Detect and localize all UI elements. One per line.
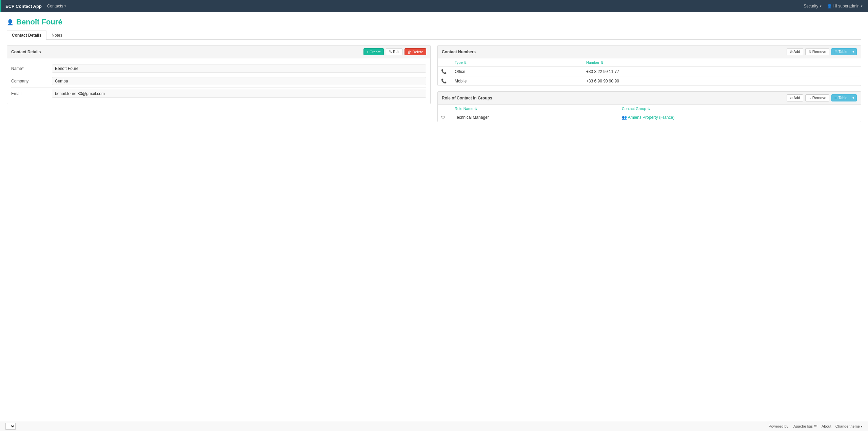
page-content: 👤 Benoît Fouré Contact Details Notes Con… xyxy=(0,12,868,128)
field-name: Name* Benoît Fouré xyxy=(11,62,426,75)
role-in-groups-body: Role Name ⇅ Contact Group ⇅ xyxy=(438,105,861,122)
contact-header: 👤 Benoît Fouré xyxy=(7,18,861,26)
row-role-name: Technical Manager xyxy=(451,113,618,122)
role-add-button[interactable]: ⊕ Add xyxy=(787,94,803,101)
contact-numbers-number-col: Number ⇅ xyxy=(583,58,861,67)
create-button[interactable]: + Create xyxy=(363,48,384,55)
group-link[interactable]: Amiens Property (France) xyxy=(628,115,674,120)
number-sort-icon[interactable]: ⇅ xyxy=(600,61,603,64)
role-group-col: Contact Group ⇅ xyxy=(618,105,861,113)
tabs-container: Contact Details Notes xyxy=(7,31,861,40)
delete-button[interactable]: 🗑 Delete xyxy=(405,48,426,55)
contact-numbers-remove-button[interactable]: ⊖ Remove xyxy=(805,48,829,55)
contact-numbers-table: Type ⇅ Number ⇅ 📞 xyxy=(438,58,861,86)
role-icon-col xyxy=(438,105,451,113)
field-email-value: benoit.foure.80@gmail.com xyxy=(52,90,426,98)
role-in-groups-title: Role of Contact in Groups xyxy=(442,96,492,100)
nav-contacts[interactable]: Contacts ▾ xyxy=(47,4,66,8)
contact-numbers-actions: ⊕ Add ⊖ Remove ⊞ Table ▾ xyxy=(787,48,857,55)
type-sort-icon[interactable]: ⇅ xyxy=(464,61,467,64)
field-email: Email benoit.foure.80@gmail.com xyxy=(11,88,426,100)
table-row: 📞 Office +33 3 22 99 11 77 xyxy=(438,67,861,76)
row-phone-icon-mobile: 📞 xyxy=(438,76,451,86)
right-panel: Contact Numbers ⊕ Add ⊖ Remove ⊞ Table ▾ xyxy=(437,45,861,122)
role-in-groups-header-row: Role Name ⇅ Contact Group ⇅ xyxy=(438,105,861,113)
contact-details-card: Contact Details + Create ✎ Edit 🗑 Delete… xyxy=(7,45,431,104)
role-table-group: ⊞ Table ▾ xyxy=(831,94,857,101)
contact-numbers-body: Type ⇅ Number ⇅ 📞 xyxy=(438,58,861,86)
row-type-mobile: Mobile xyxy=(451,76,583,86)
security-chevron-icon: ▾ xyxy=(820,4,822,8)
field-company-label: Company xyxy=(11,79,52,83)
green-accent-bar xyxy=(0,0,1,12)
role-group-sort-icon[interactable]: ⇅ xyxy=(647,107,650,111)
field-name-label: Name* xyxy=(11,66,52,71)
main-layout: Contact Details + Create ✎ Edit 🗑 Delete… xyxy=(7,45,861,122)
role-name-col: Role Name ⇅ xyxy=(451,105,618,113)
contact-details-card-body: Name* Benoît Fouré Company Cumba Email b… xyxy=(7,58,430,104)
row-number-mobile: +33 6 90 90 90 90 xyxy=(583,76,861,86)
security-menu[interactable]: Security ▾ xyxy=(804,4,821,8)
role-name-sort-icon[interactable]: ⇅ xyxy=(474,107,477,111)
row-type-office: Office xyxy=(451,67,583,76)
row-role-icon: 🛡 xyxy=(438,113,451,122)
contact-details-card-title: Contact Details xyxy=(11,50,41,54)
left-panel: Contact Details + Create ✎ Edit 🗑 Delete… xyxy=(7,45,431,122)
role-in-groups-actions: ⊕ Add ⊖ Remove ⊞ Table ▾ xyxy=(787,94,857,101)
user-icon: 👤 xyxy=(827,4,832,8)
contact-person-icon: 👤 xyxy=(7,19,14,25)
contact-numbers-table-button[interactable]: ⊞ Table xyxy=(831,48,850,55)
field-email-label: Email xyxy=(11,91,52,96)
navbar-right: Security ▾ 👤 Hi superadmin ▾ xyxy=(804,4,863,8)
contact-numbers-table-group: ⊞ Table ▾ xyxy=(831,48,857,55)
contact-numbers-add-button[interactable]: ⊕ Add xyxy=(787,48,803,55)
role-in-groups-table: Role Name ⇅ Contact Group ⇅ xyxy=(438,105,861,122)
row-phone-icon-office: 📞 xyxy=(438,67,451,76)
edit-button[interactable]: ✎ Edit xyxy=(386,48,402,55)
navbar-left: ECP Contact App Contacts ▾ xyxy=(5,4,66,9)
contacts-chevron-icon: ▾ xyxy=(64,4,66,8)
contact-numbers-header: Contact Numbers ⊕ Add ⊖ Remove ⊞ Table ▾ xyxy=(438,45,861,58)
contact-numbers-card: Contact Numbers ⊕ Add ⊖ Remove ⊞ Table ▾ xyxy=(437,45,861,86)
group-people-icon: 👥 xyxy=(622,115,627,120)
role-remove-button[interactable]: ⊖ Remove xyxy=(805,94,829,101)
contact-numbers-header-row: Type ⇅ Number ⇅ xyxy=(438,58,861,67)
contact-details-card-header: Contact Details + Create ✎ Edit 🗑 Delete xyxy=(7,45,430,58)
field-company-value: Cumba xyxy=(52,77,426,85)
tab-notes[interactable]: Notes xyxy=(46,31,67,40)
row-group-name: 👥 Amiens Property (France) xyxy=(618,113,861,122)
table-row: 🛡 Technical Manager 👥 Amiens Property (F… xyxy=(438,113,861,122)
contact-numbers-type-col: Type ⇅ xyxy=(451,58,583,67)
tab-contact-details[interactable]: Contact Details xyxy=(7,31,46,40)
row-number-office: +33 3 22 99 11 77 xyxy=(583,67,861,76)
contact-name: Benoît Fouré xyxy=(16,18,62,26)
table-row: 📞 Mobile +33 6 90 90 90 90 xyxy=(438,76,861,86)
contact-details-actions: + Create ✎ Edit 🗑 Delete xyxy=(363,48,426,55)
user-chevron-icon: ▾ xyxy=(861,4,863,8)
contact-numbers-title: Contact Numbers xyxy=(442,50,476,54)
role-table-dropdown[interactable]: ▾ xyxy=(850,94,857,101)
contact-numbers-icon-col xyxy=(438,58,451,67)
role-in-groups-card: Role of Contact in Groups ⊕ Add ⊖ Remove… xyxy=(437,91,861,122)
contact-numbers-table-dropdown[interactable]: ▾ xyxy=(850,48,857,55)
role-in-groups-header: Role of Contact in Groups ⊕ Add ⊖ Remove… xyxy=(438,92,861,105)
navbar: ECP Contact App Contacts ▾ Security ▾ 👤 … xyxy=(0,0,868,12)
user-menu[interactable]: 👤 Hi superadmin ▾ xyxy=(827,4,863,8)
field-company: Company Cumba xyxy=(11,75,426,88)
field-name-value: Benoît Fouré xyxy=(52,64,426,73)
role-table-button[interactable]: ⊞ Table xyxy=(831,94,850,101)
app-brand: ECP Contact App xyxy=(5,4,42,9)
